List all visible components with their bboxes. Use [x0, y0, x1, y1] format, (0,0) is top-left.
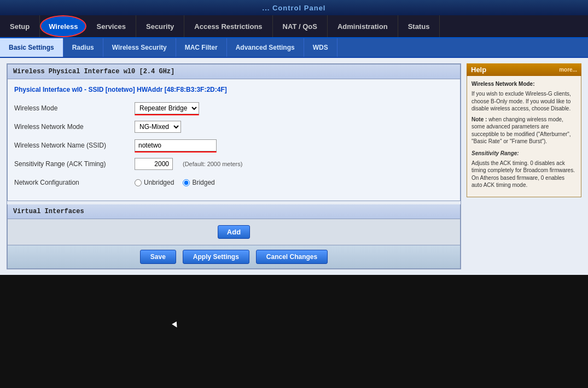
sensitivity-default-text: (Default: 2000 meters): [183, 161, 242, 167]
help-more-link[interactable]: more...: [559, 67, 577, 73]
help-header: Help more...: [467, 63, 581, 76]
nav-item-wireless[interactable]: Wireless: [40, 15, 86, 37]
ssid-label: Wireless Network Name (SSID): [14, 142, 135, 149]
network-config-row: Network Configuration Unbridged Bridged: [14, 175, 453, 190]
ssid-input[interactable]: [135, 139, 217, 151]
tab-advanced-settings[interactable]: Advanced Settings: [227, 38, 304, 57]
help-body: Wireless Network Mode: If you wish to ex…: [467, 76, 581, 197]
help-note: Note : when changing wireless mode, some…: [471, 116, 577, 145]
primary-nav: Setup Wireless Services Security Access …: [0, 15, 588, 38]
sensitivity-range-input[interactable]: [135, 158, 173, 170]
nav-item-security[interactable]: Security: [136, 15, 184, 37]
mouse-cursor: [172, 321, 179, 329]
ssid-control: [135, 139, 217, 151]
section-header: Wireless Physical Interface wl0 [2.4 GHz…: [7, 64, 461, 79]
tab-wds[interactable]: WDS: [304, 38, 337, 57]
add-button[interactable]: Add: [218, 225, 250, 239]
interface-section: Physical Interface wl0 - SSID [notetwo] …: [7, 79, 461, 201]
tab-radius[interactable]: Radius: [63, 38, 103, 57]
wireless-mode-help-text: If you wish to exclude Wireless-G client…: [471, 90, 577, 113]
wireless-mode-row: Wireless Mode Repeater Bridge AP Client …: [14, 101, 453, 115]
network-config-control: Unbridged Bridged: [135, 179, 215, 186]
wireless-mode-wrapper: Repeater Bridge AP Client Client Bridge …: [135, 102, 199, 114]
interface-title: Physical Interface wl0 - SSID [notetwo] …: [14, 84, 453, 96]
sensitivity-range-row: Sensitivity Range (ACK Timing) (Default:…: [14, 157, 453, 171]
virtual-interfaces-body: Add: [7, 219, 461, 245]
virtual-interfaces-header: Virtual Interfaces: [7, 204, 461, 219]
nav-item-nat-qos[interactable]: NAT / QoS: [273, 15, 328, 37]
note-label: Note :: [471, 116, 487, 122]
wireless-network-mode-label: Wireless Network Mode: [14, 123, 135, 131]
ssid-row: Wireless Network Name (SSID): [14, 138, 453, 152]
wireless-mode-label: Wireless Mode: [14, 104, 135, 112]
ssid-wrapper: [135, 139, 217, 151]
sensitivity-range-label: Sensitivity Range (ACK Timing): [14, 160, 135, 168]
physical-interface-panel: Wireless Physical Interface wl0 [2.4 GHz…: [7, 63, 461, 269]
wireless-network-mode-control: NG-Mixed B-Only G-Only N-Only Disabled: [135, 121, 181, 133]
tab-wireless-security[interactable]: Wireless Security: [103, 38, 176, 57]
save-button[interactable]: Save: [140, 250, 176, 264]
header-title: ... Control Panel: [263, 4, 326, 12]
unbridged-radio[interactable]: [135, 179, 142, 186]
bridged-radio[interactable]: [183, 179, 190, 186]
tab-basic-settings[interactable]: Basic Settings: [0, 38, 63, 57]
nav-item-administration[interactable]: Administration: [328, 15, 398, 37]
main-content: Wireless Physical Interface wl0 [2.4 GHz…: [0, 58, 588, 275]
footer-bar: Save Apply Settings Cancel Changes: [7, 245, 461, 269]
help-title: Help: [471, 66, 486, 74]
network-config-label: Network Configuration: [14, 179, 135, 186]
wireless-mode-help-title: Wireless Network Mode:: [471, 80, 577, 88]
cancel-changes-button[interactable]: Cancel Changes: [256, 250, 328, 264]
secondary-nav: Basic Settings Radius Wireless Security …: [0, 38, 588, 58]
bridged-option[interactable]: Bridged: [183, 179, 214, 186]
sensitivity-range-help-text: Adjusts the ACK timing. 0 disables ack t…: [471, 160, 577, 189]
nav-item-status[interactable]: Status: [398, 15, 440, 37]
tab-mac-filter[interactable]: MAC Filter: [176, 38, 227, 57]
left-panel: Wireless Physical Interface wl0 [2.4 GHz…: [7, 63, 461, 269]
sensitivity-range-help-title: Sensitivity Range:: [471, 150, 577, 157]
wireless-network-mode-row: Wireless Network Mode NG-Mixed B-Only G-…: [14, 120, 453, 134]
right-panel: Help more... Wireless Network Mode: If y…: [467, 63, 581, 269]
nav-item-access-restrictions[interactable]: Access Restrictions: [184, 15, 272, 37]
note-text: when changing wireless mode, some advanc…: [471, 116, 571, 145]
sensitivity-range-control: (Default: 2000 meters): [135, 158, 242, 170]
apply-settings-button[interactable]: Apply Settings: [183, 250, 249, 264]
nav-item-services[interactable]: Services: [86, 15, 136, 37]
wireless-mode-select[interactable]: Repeater Bridge AP Client Client Bridge …: [135, 102, 199, 114]
wireless-network-mode-select[interactable]: NG-Mixed B-Only G-Only N-Only Disabled: [135, 121, 181, 133]
nav-item-setup[interactable]: Setup: [0, 15, 40, 37]
unbridged-option[interactable]: Unbridged: [135, 179, 174, 186]
wireless-mode-control: Repeater Bridge AP Client Client Bridge …: [135, 102, 199, 114]
header-bar: ... Control Panel: [0, 0, 588, 15]
